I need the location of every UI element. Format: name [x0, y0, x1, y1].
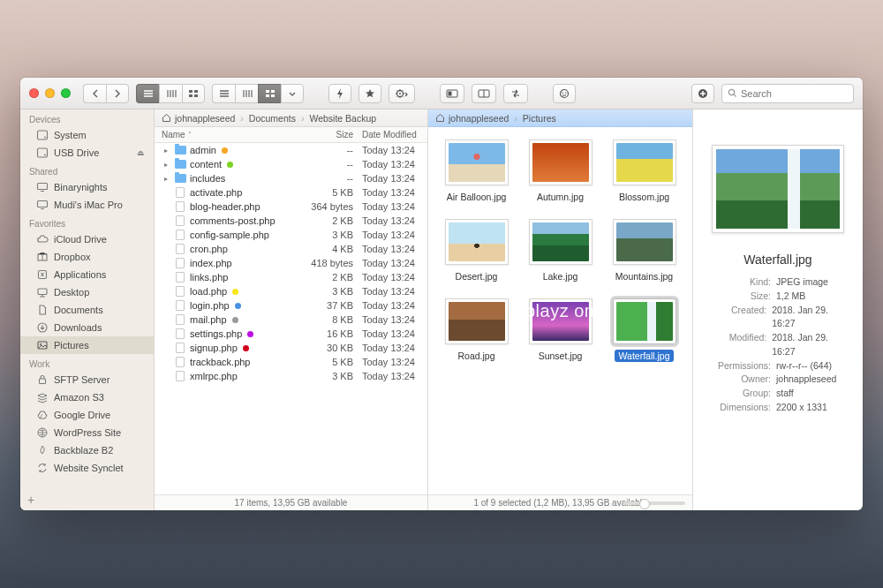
- sidebar-item-s3[interactable]: Amazon S3: [20, 388, 154, 406]
- sidebar-item-backblaze[interactable]: Backblaze B2: [20, 441, 154, 459]
- grid-item[interactable]: Blossom.jpg: [605, 139, 683, 203]
- sidebar-item-downloads[interactable]: Downloads: [20, 319, 154, 336]
- meta-value: 2018. Jan 29. 16:27: [772, 331, 849, 359]
- file-row[interactable]: signup.php30 KBToday 13:24: [155, 341, 427, 355]
- file-row[interactable]: ▸content--Today 13:24: [155, 157, 427, 171]
- mid-breadcrumb[interactable]: johnappleseed›Pictures: [428, 109, 692, 127]
- sidebar-item-wp[interactable]: WordPress Site: [20, 424, 154, 441]
- sidebar-item-mudi-imac[interactable]: Mudi's iMac Pro: [20, 196, 154, 214]
- grid-item[interactable]: Road.jpg: [437, 298, 516, 362]
- add-location-button[interactable]: +: [27, 493, 34, 507]
- file-row[interactable]: cron.php4 KBToday 13:24: [155, 242, 427, 256]
- icon-grid[interactable]: Air Balloon.jpgAutumn.jpgBlossom.jpgDese…: [428, 127, 692, 494]
- sidebar-item-desktop[interactable]: Desktop: [20, 283, 154, 301]
- tags-button[interactable]: [553, 84, 576, 103]
- sidebar-item-documents[interactable]: Documents: [20, 301, 154, 319]
- new-item-button[interactable]: [691, 84, 714, 103]
- disclosure-triangle-icon[interactable]: ▸: [162, 175, 170, 183]
- file-row[interactable]: ▸admin--Today 13:24: [155, 143, 427, 157]
- file-name: links.php: [190, 272, 228, 283]
- sidebar-item-gdrive[interactable]: Google Drive: [20, 406, 154, 424]
- grid-item[interactable]: Lake.jpg: [521, 219, 600, 283]
- zoom-window-button[interactable]: [61, 88, 71, 98]
- view-dropdown-button[interactable]: [281, 84, 304, 103]
- search-input[interactable]: [741, 88, 848, 99]
- breadcrumb-item[interactable]: johnappleseed: [449, 113, 509, 124]
- eject-icon[interactable]: ⏏: [137, 148, 145, 157]
- svg-rect-0: [189, 90, 192, 93]
- file-row[interactable]: ▸includes--Today 13:24: [155, 171, 427, 185]
- close-window-button[interactable]: [29, 88, 39, 98]
- view-icons-button[interactable]: [182, 84, 205, 103]
- file-row[interactable]: activate.php5 KBToday 13:24: [155, 185, 427, 200]
- grid-item[interactable]: Waterfall.jpg: [605, 298, 683, 362]
- chevron-right-icon: ›: [299, 113, 306, 124]
- breadcrumb-item[interactable]: Documents: [249, 113, 296, 124]
- forward-button[interactable]: [106, 84, 129, 103]
- file-row[interactable]: config-sample.php3 KBToday 13:24: [155, 228, 427, 242]
- file-name: login.php: [190, 300, 230, 311]
- file-row[interactable]: login.php37 KBToday 13:24: [155, 298, 427, 313]
- icon-size-slider[interactable]: [623, 501, 685, 505]
- col-date-header[interactable]: Date Modified: [358, 130, 427, 139]
- view-list-button[interactable]: [136, 84, 159, 103]
- chevron-right-icon: ›: [512, 113, 519, 124]
- grid-item[interactable]: Mountains.jpg: [605, 219, 683, 283]
- search-field[interactable]: [721, 84, 854, 103]
- display-icon: [36, 199, 49, 211]
- file-row[interactable]: settings.php16 KBToday 13:24: [155, 327, 427, 341]
- sidebar-item-sftp[interactable]: SFTP Server: [20, 371, 154, 388]
- file-icon: [174, 215, 186, 226]
- sidebar-item-usb[interactable]: USB Drive⏏: [20, 144, 154, 162]
- grid-item[interactable]: Air Balloon.jpg: [437, 139, 516, 203]
- file-row[interactable]: mail.php8 KBToday 13:24: [155, 313, 427, 327]
- sync-panes-button[interactable]: [503, 84, 528, 103]
- disclosure-triangle-icon[interactable]: ▸: [162, 161, 170, 169]
- file-list[interactable]: ▸admin--Today 13:24▸content--Today 13:24…: [155, 143, 427, 494]
- disclosure-triangle-icon[interactable]: ▸: [162, 147, 170, 155]
- sidebar-item-apps[interactable]: Applications: [20, 266, 154, 283]
- grid-item[interactable]: Sunset.jpg: [521, 298, 600, 362]
- drive-icon: [36, 147, 49, 159]
- sidebar-item-system[interactable]: System: [20, 126, 154, 144]
- quick-action-button[interactable]: [328, 84, 351, 103]
- grid-item[interactable]: Autumn.jpg: [521, 139, 600, 203]
- file-row[interactable]: load.php3 KBToday 13:24: [155, 284, 427, 298]
- sidebar-item-icloud[interactable]: iCloud Drive: [20, 230, 154, 248]
- file-row[interactable]: comments-post.php2 KBToday 13:24: [155, 214, 427, 228]
- left-breadcrumb[interactable]: johnappleseed›Documents›Website Backup: [155, 109, 427, 127]
- file-row[interactable]: xmlrpc.php3 KBToday 13:24: [155, 369, 427, 383]
- file-row[interactable]: links.php2 KBToday 13:24: [155, 270, 427, 284]
- svg-rect-11: [449, 91, 452, 95]
- view-list2-button[interactable]: [212, 84, 235, 103]
- sidebar-item-dropbox[interactable]: Dropbox: [20, 248, 154, 266]
- file-size: --: [302, 145, 358, 155]
- actions-menu-button[interactable]: [389, 84, 415, 103]
- file-date: Today 13:24: [358, 328, 427, 339]
- sidebar-item-binarynights[interactable]: Binarynights: [20, 178, 154, 196]
- svg-point-21: [44, 155, 46, 156]
- view-columns-button[interactable]: [159, 84, 182, 103]
- svg-rect-5: [271, 90, 275, 93]
- sidebar-item-label: Website Synclet: [54, 463, 124, 473]
- preview-toggle-button[interactable]: [440, 84, 464, 103]
- col-name-header[interactable]: Name ˄: [155, 130, 302, 139]
- dual-pane-button[interactable]: [472, 84, 496, 103]
- col-size-header[interactable]: Size: [302, 130, 358, 139]
- sidebar-item-synclet[interactable]: Website Synclet: [20, 459, 154, 477]
- file-row[interactable]: blog-header.php364 bytesToday 13:24: [155, 200, 427, 214]
- view-columns2-button[interactable]: [235, 84, 258, 103]
- file-row[interactable]: trackback.php5 KBToday 13:24: [155, 355, 427, 369]
- favorite-button[interactable]: [358, 84, 381, 103]
- file-name: activate.php: [190, 187, 242, 198]
- breadcrumb-item[interactable]: Website Backup: [309, 113, 376, 124]
- view-gallery-button[interactable]: [258, 84, 281, 103]
- grid-item[interactable]: Desert.jpg: [437, 219, 516, 283]
- breadcrumb-item[interactable]: Pictures: [523, 113, 556, 124]
- back-button[interactable]: [83, 84, 106, 103]
- minimize-window-button[interactable]: [45, 88, 55, 98]
- file-row[interactable]: index.php418 bytesToday 13:24: [155, 256, 427, 270]
- breadcrumb-item[interactable]: johnappleseed: [175, 113, 235, 124]
- file-icon: [174, 314, 186, 325]
- sidebar-item-pictures[interactable]: Pictures: [20, 336, 154, 354]
